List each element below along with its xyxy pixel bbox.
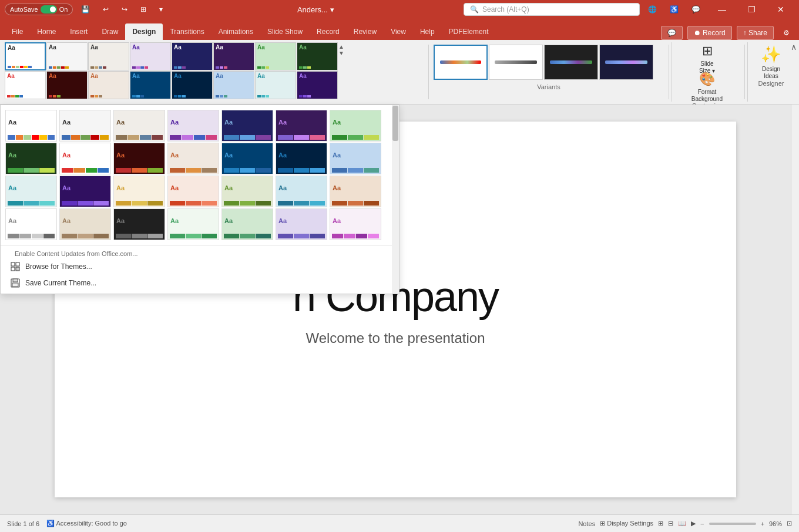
notes-button[interactable]: Notes [578,520,595,527]
slide-right-scrollbar[interactable] [791,105,799,514]
help-button[interactable]: 🌐 [643,3,662,16]
theme-item-13[interactable]: Aa [172,71,213,99]
format-background-button[interactable]: 🎨 FormatBackground [678,73,737,101]
dropdown-theme-9[interactable]: Aa [59,143,111,174]
dropdown-theme-14[interactable]: Aa [330,143,381,174]
theme-item-6[interactable]: Aa [213,42,254,70]
theme-item-9[interactable]: Aa [5,71,46,99]
restore-button[interactable]: ❐ [738,0,765,19]
theme-item-8[interactable]: Aa [297,42,338,70]
dropdown-theme-27[interactable]: Aa [276,208,327,240]
record-ribbon-button[interactable]: ⏺ Record [687,26,732,40]
slide-sorter-button[interactable]: ⊟ [668,520,673,527]
tab-view[interactable]: View [384,23,413,40]
dropdown-theme-23[interactable]: Aa [59,208,111,240]
slideshow-button[interactable]: ▶ [691,520,696,527]
theme-item-11[interactable]: Aa [88,71,129,99]
dropdown-theme-13[interactable]: Aa [276,143,327,174]
theme-item-office[interactable]: Aa [5,42,46,70]
tab-draw[interactable]: Draw [95,23,125,40]
slide-size-button[interactable]: ⊞ SlideSize ▾ [678,45,737,73]
theme-item-2[interactable]: Aa [46,42,88,70]
search-bar[interactable]: 🔍 Search (Alt+Q) [464,3,640,16]
dropdown-theme-26[interactable]: Aa [221,208,273,240]
browse-themes-item[interactable]: Browse for Themes... [8,258,392,275]
dropdown-theme-17[interactable]: Aa [113,176,165,207]
dropdown-theme-24[interactable]: Aa [113,208,165,240]
tab-animations[interactable]: Animations [212,23,260,40]
customize-qat-button[interactable]: ▾ [155,3,167,16]
theme-item-5[interactable]: Aa [172,42,213,70]
fit-to-window-button[interactable]: ⊡ [787,520,792,527]
redo-button[interactable]: ↪ [117,3,132,16]
tab-transitions[interactable]: Transitions [163,23,211,40]
comments-button[interactable]: 💬 [687,3,705,16]
scroll-thumb[interactable] [392,106,398,141]
tab-home[interactable]: Home [30,23,63,40]
theme-item-3[interactable]: Aa [88,42,129,70]
zoom-out-button[interactable]: − [700,520,704,527]
dropdown-theme-28[interactable]: Aa [330,208,381,240]
zoom-in-button[interactable]: + [761,520,764,527]
save-button[interactable]: 💾 [76,3,95,16]
normal-view-button[interactable]: ⊞ [658,520,663,527]
dropdown-theme-5[interactable]: Aa [221,110,273,142]
design-ideas-button[interactable]: ✨ DesignIdeas [754,45,789,80]
tab-insert[interactable]: Insert [63,23,95,40]
theme-item-14[interactable]: Aa [213,71,254,99]
dropdown-theme-4[interactable]: Aa [167,110,219,142]
dropdown-theme-7[interactable]: Aa [330,110,381,142]
ribbon-options-button[interactable]: ⚙ [778,26,794,39]
dropdown-theme-15[interactable]: Aa [5,176,57,207]
tab-pdfelement[interactable]: PDFElement [442,23,496,40]
theme-item-12[interactable]: Aa [130,71,171,99]
dropdown-theme-22[interactable]: Aa [5,208,57,240]
app-title[interactable]: Anders... ▾ [297,5,334,14]
theme-item-7[interactable]: Aa [255,42,296,70]
dropdown-theme-21[interactable]: Aa [330,176,381,207]
undo-button[interactable]: ↩ [98,3,113,16]
tab-record[interactable]: Record [310,23,347,40]
tab-design[interactable]: Design [125,23,163,40]
dropdown-theme-6[interactable]: Aa [276,110,327,142]
presentation-view-button[interactable]: ⊞ [136,3,151,16]
dropdown-theme-25[interactable]: Aa [167,208,219,240]
theme-item-16[interactable]: Aa [297,71,338,99]
save-theme-item[interactable]: Save Current Theme... [8,275,392,291]
dropdown-scrollbar[interactable] [392,105,399,294]
tab-help[interactable]: Help [413,23,442,40]
dropdown-theme-11[interactable]: Aa [167,143,219,174]
dropdown-theme-10[interactable]: Aa [113,143,165,174]
variant-item-4[interactable] [599,45,653,80]
autosave-toggle[interactable]: AutoSave On [5,4,73,15]
theme-item-4[interactable]: Aa [130,42,171,70]
minimize-button[interactable]: — [709,0,736,19]
tab-review[interactable]: Review [347,23,384,40]
dropdown-theme-19[interactable]: Aa [221,176,273,207]
dropdown-theme-12[interactable]: Aa [221,143,273,174]
close-button[interactable]: ✕ [767,0,794,19]
share-ribbon-button[interactable]: ↑ Share [737,26,774,40]
ribbon-collapse-button[interactable]: ∧ [791,42,797,52]
comments-ribbon-button[interactable]: 💬 [661,26,683,40]
variant-item-3[interactable] [544,45,598,80]
reading-view-button[interactable]: 📖 [678,520,686,527]
zoom-slider[interactable] [709,523,756,525]
dropdown-theme-1[interactable]: Aa [5,110,57,142]
dropdown-theme-18[interactable]: Aa [167,176,219,207]
dropdown-theme-8[interactable]: Aa [5,143,57,174]
dropdown-theme-2[interactable]: Aa [59,110,111,142]
theme-item-10[interactable]: Aa [46,71,88,99]
accessibility-icon[interactable]: ♿ [665,3,683,16]
dropdown-theme-16[interactable]: Aa [59,176,111,207]
variant-item-2[interactable] [489,45,543,80]
scroll-down-arrow[interactable]: ▼ [338,50,344,56]
zoom-level[interactable]: 96% [769,520,782,527]
dropdown-theme-20[interactable]: Aa [276,176,327,207]
theme-item-15[interactable]: Aa [255,71,296,99]
accessibility-status[interactable]: ♿ Accessibility: Good to go [46,520,127,527]
variant-item-1[interactable] [434,45,488,80]
scroll-up-arrow[interactable]: ▲ [338,43,344,50]
tab-slideshow[interactable]: Slide Show [260,23,310,40]
display-settings-button[interactable]: ⊞ Display Settings [600,520,653,527]
